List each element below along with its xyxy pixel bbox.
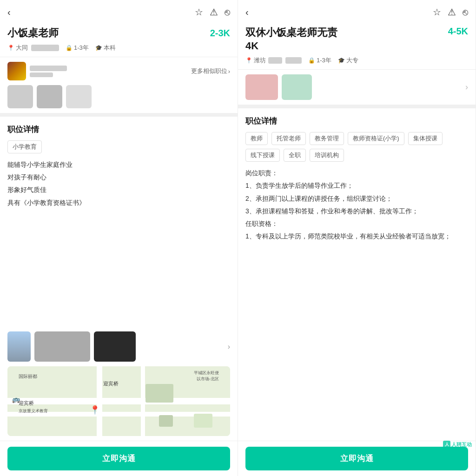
similar-card-3 bbox=[66, 85, 92, 108]
right-desc-0: 岗位职责： bbox=[245, 167, 468, 179]
left-download-icon[interactable]: ⚠ bbox=[210, 7, 218, 18]
similar-card-2 bbox=[37, 85, 62, 108]
right-job-meta: 📍 潍坊 🔒 1-3年 🎓 大专 bbox=[245, 56, 468, 65]
left-similar-link[interactable]: 更多相似职位 › bbox=[191, 67, 230, 75]
left-photo-2 bbox=[34, 331, 90, 362]
left-desc-1: 能辅导小学生家庭作业 bbox=[7, 159, 230, 171]
left-job-meta: 📍 大同 🔒 1-3年 🎓 本科 bbox=[7, 44, 230, 52]
right-desc-2: 2、承担两门以上课程的讲授任务，组织课堂讨论； bbox=[245, 193, 468, 205]
right-cta-button[interactable]: 立即沟通 bbox=[245, 447, 468, 470]
left-similar-header: 更多相似职位 › bbox=[7, 62, 230, 80]
right-job-details: 职位详情 教师 托管老师 教务管理 教师资格证(小学) 集体授课 线下授课 全职… bbox=[238, 108, 476, 441]
right-back-button[interactable]: ‹ bbox=[245, 7, 249, 18]
right-desc-5: 1、专科及以上学历，师范类院校毕业，有相关从业经验者可适当放宽； bbox=[245, 231, 468, 242]
left-job-header: 小饭桌老师 2-3K 📍 大同 🔒 1-3年 🎓 本科 bbox=[0, 22, 238, 57]
map-bus-icon: 🚌 bbox=[12, 396, 20, 403]
right-location: 潍坊 bbox=[254, 56, 266, 65]
location-icon: 📍 bbox=[7, 45, 14, 51]
right-tag-2: 托管老师 bbox=[271, 132, 306, 145]
left-map-section: › 迎宾桥 迎宾桥 国际丽都 京故重义术教育 平城区永旺便以市场-北区 🚌 bbox=[0, 327, 238, 441]
right-job-header: 双休小饭桌老师无责 4K 4-5K 📍 潍坊 🔒 1-3年 🎓 大专 bbox=[238, 22, 476, 69]
left-map: 迎宾桥 迎宾桥 国际丽都 京故重义术教育 平城区永旺便以市场-北区 🚌 📍 bbox=[7, 366, 230, 436]
right-similar-card-1 bbox=[245, 74, 278, 100]
right-share-icon[interactable]: ⎋ bbox=[463, 7, 468, 18]
right-job-title: 双休小饭桌老师无责 4K bbox=[245, 26, 337, 53]
right-experience: 1-3年 bbox=[317, 56, 331, 65]
left-divider bbox=[0, 113, 238, 117]
right-tag-4: 教师资格证(小学) bbox=[348, 132, 404, 145]
right-job-salary: 4-5K bbox=[448, 26, 468, 37]
left-back-button[interactable]: ‹ bbox=[7, 7, 11, 18]
map-label-bridge2: 迎宾桥 bbox=[103, 380, 119, 387]
left-education: 本科 bbox=[104, 44, 116, 52]
map-pin: 📍 bbox=[90, 405, 100, 415]
watermark: 人 人聘互动 bbox=[443, 441, 472, 448]
left-photo-1 bbox=[7, 331, 31, 362]
similar-card-1 bbox=[7, 85, 33, 108]
left-cta-bar: 立即沟通 bbox=[0, 441, 238, 476]
left-experience: 1-3年 bbox=[74, 44, 89, 52]
right-cta-bar: 立即沟通 bbox=[238, 441, 476, 476]
right-desc-1: 1、负责学生放学后的辅导作业工作； bbox=[245, 180, 468, 192]
left-job-title: 小饭桌老师 bbox=[7, 26, 59, 40]
left-job-details: 职位详情 小学教育 能辅导小学生家庭作业 对孩子有耐心 形象好气质佳 具有《小学… bbox=[0, 117, 238, 327]
left-job-salary: 2-3K bbox=[210, 28, 230, 39]
right-divider bbox=[238, 105, 476, 108]
right-panel: ‹ ☆ ⚠ ⎋ 双休小饭桌老师无责 4K 4-5K 📍 潍坊 bbox=[238, 0, 476, 476]
right-lock-icon: 🔒 bbox=[308, 57, 315, 64]
right-scroll-arrow[interactable]: › bbox=[465, 82, 468, 92]
right-job-description: 岗位职责： 1、负责学生放学后的辅导作业工作； 2、承担两门以上课程的讲授任务，… bbox=[245, 167, 468, 242]
map-building-1 bbox=[145, 384, 173, 403]
left-cta-button[interactable]: 立即沟通 bbox=[7, 447, 230, 470]
left-location: 大同 bbox=[16, 44, 28, 52]
left-similar-cards bbox=[7, 85, 230, 108]
right-tag-row: 教师 托管老师 教务管理 教师资格证(小学) 集体授课 线下授课 全职 培训机构 bbox=[245, 132, 468, 162]
left-desc-3: 形象好气质佳 bbox=[7, 184, 230, 196]
right-tag-5: 集体授课 bbox=[408, 132, 443, 145]
right-desc-3: 3、承担课程辅导和答疑，作业和考卷的讲解、批改等工作； bbox=[245, 205, 468, 217]
edu-icon: 🎓 bbox=[95, 45, 102, 51]
right-similar-card-2 bbox=[282, 74, 312, 100]
left-share-icon[interactable]: ⎋ bbox=[225, 7, 230, 18]
right-education: 大专 bbox=[346, 56, 358, 65]
right-nav-bar: ‹ ☆ ⚠ ⎋ bbox=[238, 0, 476, 22]
right-tag-7: 全职 bbox=[284, 149, 306, 162]
left-desc-4: 具有《小学教育资格证书》 bbox=[7, 197, 230, 209]
right-location-icon: 📍 bbox=[245, 57, 252, 64]
left-similar-section: 更多相似职位 › bbox=[0, 57, 238, 113]
left-tag-1: 小学教育 bbox=[7, 140, 42, 153]
left-scroll-arrow[interactable]: › bbox=[228, 343, 230, 351]
left-panel: ‹ ☆ ⚠ ⎋ 小饭桌老师 2-3K 📍 大同 🔒 1-3年 🎓 本科 bbox=[0, 0, 238, 476]
watermark-text: 人聘互动 bbox=[451, 441, 472, 448]
left-desc-2: 对孩子有耐心 bbox=[7, 172, 230, 183]
left-photo-row: › bbox=[7, 331, 230, 362]
right-tag-8: 培训机构 bbox=[310, 149, 344, 162]
map-label-top: 平城区永旺便以市场-北区 bbox=[194, 370, 219, 382]
map-label-bridge: 迎宾桥 bbox=[19, 400, 34, 407]
left-tag-row: 小学教育 bbox=[7, 140, 230, 153]
right-bookmark-icon[interactable]: ☆ bbox=[433, 7, 441, 18]
map-label-school: 京故重义术教育 bbox=[19, 408, 48, 414]
right-download-icon[interactable]: ⚠ bbox=[448, 7, 456, 18]
lock-icon: 🔒 bbox=[66, 45, 73, 51]
left-bookmark-icon[interactable]: ☆ bbox=[195, 7, 203, 18]
right-similar-section: › bbox=[238, 69, 476, 105]
watermark-icon: 人 bbox=[443, 441, 450, 448]
left-photo-3 bbox=[94, 331, 136, 362]
right-tag-1: 教师 bbox=[245, 132, 268, 145]
left-job-description: 能辅导小学生家庭作业 对孩子有耐心 形象好气质佳 具有《小学教育资格证书》 bbox=[7, 159, 230, 209]
left-nav-bar: ‹ ☆ ⚠ ⎋ bbox=[0, 0, 238, 22]
map-building-3 bbox=[159, 415, 173, 427]
right-edu-icon: 🎓 bbox=[338, 57, 345, 64]
right-tag-3: 教务管理 bbox=[310, 132, 344, 145]
map-label-intl: 国际丽都 bbox=[19, 373, 37, 380]
right-tag-6: 线下授课 bbox=[245, 149, 280, 162]
map-building-2 bbox=[194, 414, 212, 428]
left-section-title: 职位详情 bbox=[7, 124, 230, 135]
right-section-title: 职位详情 bbox=[245, 116, 468, 126]
right-desc-4: 任职资格： bbox=[245, 218, 468, 230]
